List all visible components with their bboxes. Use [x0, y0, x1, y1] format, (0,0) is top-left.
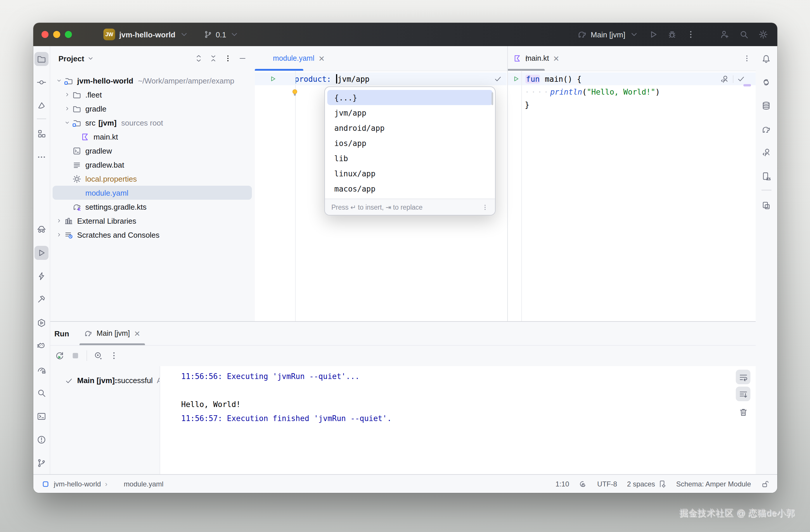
close-window-button[interactable]: [42, 31, 49, 38]
tool-database-button[interactable]: [759, 99, 773, 113]
completion-item[interactable]: macos/app: [327, 181, 493, 196]
tool-notifications-button[interactable]: [759, 52, 773, 66]
settings-button[interactable]: [759, 30, 768, 39]
chevron-down-icon[interactable]: [87, 55, 94, 62]
chevron-down-icon[interactable]: [56, 78, 62, 84]
project-widget[interactable]: JW jvm-hello-world: [103, 29, 189, 40]
tab-options-button[interactable]: [743, 54, 751, 63]
tool-incognito-button[interactable]: [34, 222, 49, 236]
chevron-right-icon[interactable]: [56, 232, 62, 238]
editor2-line-3[interactable]: }: [525, 98, 530, 111]
tool-more-button[interactable]: [34, 150, 49, 164]
schema-widget[interactable]: Schema: Amper Module: [676, 480, 751, 488]
popup-options-button[interactable]: [482, 203, 489, 211]
tool-lightning-button[interactable]: [34, 269, 49, 283]
tree-item-gradlew-bat[interactable]: gradlew.bat: [50, 158, 255, 171]
caret-position-widget[interactable]: 1:10: [555, 480, 569, 488]
tree-item-local-properties[interactable]: local.properties: [50, 172, 255, 185]
tool-structure-button[interactable]: [34, 127, 49, 141]
inspections-ok-icon[interactable]: [494, 75, 502, 83]
completion-item[interactable]: linux/app: [327, 166, 493, 181]
view-options-button[interactable]: [94, 351, 103, 360]
completion-item-selected[interactable]: {...}: [327, 90, 493, 105]
run-tab-main-jvm[interactable]: Main [jvm] ✕: [84, 322, 141, 345]
tool-services-button[interactable]: [34, 316, 49, 330]
tool-problems-button[interactable]: [34, 433, 49, 447]
chevron-right-icon[interactable]: [64, 92, 70, 98]
tab-module-yaml[interactable]: module.yaml ✕: [255, 46, 331, 71]
chevron-right-icon[interactable]: [64, 106, 70, 112]
expand-all-button[interactable]: [195, 54, 203, 63]
run-button[interactable]: [649, 30, 658, 39]
popup-scrollbar[interactable]: [491, 92, 493, 105]
tree-item-gradle[interactable]: gradle: [50, 102, 255, 115]
close-tab-icon[interactable]: ✕: [319, 55, 325, 62]
tree-item-external-libraries[interactable]: External Libraries: [50, 214, 255, 227]
completion-item[interactable]: lib: [327, 151, 493, 166]
add-user-button[interactable]: [720, 30, 729, 39]
tool-ai-assistant-button[interactable]: [759, 75, 773, 89]
tree-item-project-root[interactable]: jvm-hello-world ~/Work/amper/amper/examp: [50, 74, 255, 87]
tab-main-kt[interactable]: main.kt ✕: [507, 46, 565, 71]
run-gutter-icon[interactable]: [270, 75, 276, 82]
tool-commit-button[interactable]: [34, 75, 49, 89]
tool-build-button[interactable]: [34, 293, 49, 306]
minimize-window-button[interactable]: [53, 31, 60, 38]
intention-bulb-icon[interactable]: [290, 88, 299, 97]
completion-item[interactable]: android/app: [327, 120, 493, 135]
tree-item-main-kt[interactable]: main.kt: [50, 130, 255, 143]
tool-gradle-button[interactable]: [759, 123, 773, 137]
clear-console-button[interactable]: [736, 405, 750, 419]
editor1-line-1[interactable]: product: jvm/app: [255, 72, 507, 85]
chevron-right-icon[interactable]: [56, 218, 62, 224]
search-everywhere-button[interactable]: [739, 30, 749, 39]
tree-item-settings-gradle[interactable]: settings.gradle.kts: [50, 200, 255, 213]
breadcrumb-file[interactable]: module.yaml: [124, 480, 163, 488]
panel-options-button[interactable]: [224, 54, 232, 63]
tree-item-scratches[interactable]: Scratches and Consoles: [50, 228, 255, 241]
stop-button[interactable]: [71, 351, 80, 360]
tool-code-vision-button[interactable]: [759, 145, 773, 160]
encoding-widget[interactable]: UTF-8: [597, 480, 617, 488]
collapse-all-button[interactable]: [209, 54, 217, 63]
hide-panel-button[interactable]: [239, 54, 247, 63]
lock-widget[interactable]: [761, 480, 769, 488]
more-actions-button[interactable]: [686, 30, 695, 39]
close-tab-icon[interactable]: ✕: [134, 330, 140, 337]
tool-project-button[interactable]: [34, 52, 49, 66]
inspections-ok-icon[interactable]: [737, 75, 745, 83]
branch-widget[interactable]: 0.1: [204, 30, 239, 39]
tool-run-button[interactable]: [34, 246, 49, 260]
soft-wrap-button[interactable]: [736, 370, 750, 384]
tree-item-gradlew[interactable]: gradlew: [50, 144, 255, 157]
more-actions-button[interactable]: [109, 351, 119, 360]
tool-terminal-button[interactable]: [34, 409, 49, 423]
zoom-window-button[interactable]: [65, 31, 72, 38]
completion-item[interactable]: ios/app: [327, 135, 493, 151]
indent-widget[interactable]: 2 spaces: [627, 480, 666, 488]
run-config-widget[interactable]: Main [jvm]: [578, 30, 639, 39]
tree-item-fleet[interactable]: .fleet: [50, 88, 255, 101]
scroll-to-end-button[interactable]: [736, 387, 750, 401]
completion-item[interactable]: jvm/app: [327, 105, 493, 120]
close-tab-icon[interactable]: ✕: [553, 55, 560, 62]
tool-device-manager-button[interactable]: [759, 169, 773, 183]
run-gutter-icon[interactable]: [513, 75, 520, 82]
editor2-line-1[interactable]: fun main() {: [508, 72, 756, 85]
breadcrumb-module[interactable]: jvm-hello-world: [54, 480, 101, 488]
line-separator-widget[interactable]: [579, 480, 587, 488]
rerun-button[interactable]: [55, 351, 64, 360]
tool-find-button[interactable]: [34, 386, 49, 400]
tool-pages-button[interactable]: [759, 199, 773, 213]
tree-item-src[interactable]: src [jvm] sources root: [50, 116, 255, 129]
editor-splitter[interactable]: [507, 46, 508, 321]
tool-pull-requests-button[interactable]: [34, 99, 49, 113]
tree-item-module-yaml[interactable]: module.yaml: [50, 186, 255, 199]
tool-profiler-button[interactable]: [34, 363, 49, 377]
chevron-down-icon[interactable]: [64, 120, 70, 126]
editor2-line-2[interactable]: ····println("Hello, World!"): [525, 85, 660, 98]
code-vision-icon[interactable]: [720, 75, 729, 84]
tool-git-button[interactable]: [34, 456, 49, 470]
tool-cat-button[interactable]: [34, 339, 49, 353]
debug-button[interactable]: [667, 30, 677, 39]
